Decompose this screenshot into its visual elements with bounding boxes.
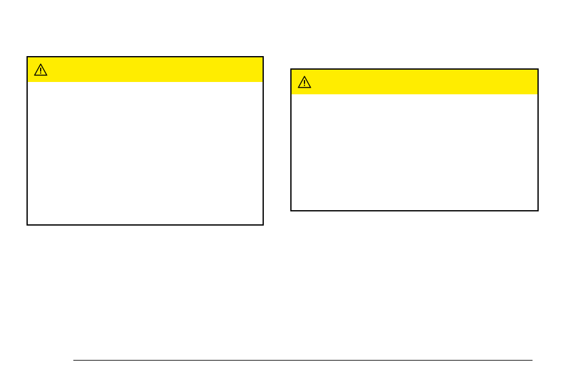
caution-panel-left — [27, 56, 264, 226]
footer-divider — [73, 360, 533, 361]
svg-rect-1 — [40, 73, 41, 74]
caution-panel-right — [290, 68, 539, 211]
svg-rect-0 — [40, 68, 41, 71]
warning-triangle-icon — [298, 76, 311, 88]
caution-header-right — [292, 70, 537, 94]
warning-triangle-icon — [34, 63, 47, 76]
svg-rect-2 — [304, 80, 305, 84]
svg-rect-3 — [304, 85, 305, 86]
caution-header-left — [28, 57, 263, 82]
